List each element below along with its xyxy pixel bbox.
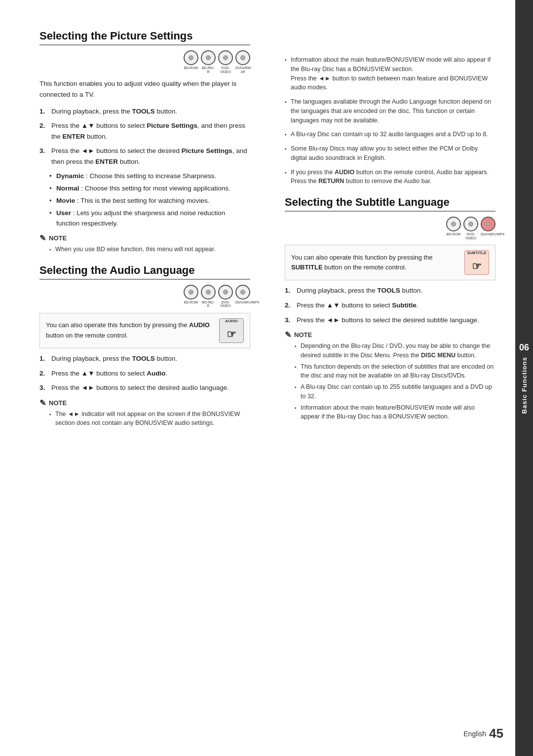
disc-circle: [235, 50, 250, 65]
note-label: NOTE: [49, 399, 67, 407]
right-column: Information about the main feature/BONUS…: [275, 30, 495, 736]
disc-icon-dvdvideo: DVD-VIDEO: [463, 217, 478, 240]
disc-icon-bdrom: BD-ROM: [184, 285, 198, 308]
disc-circle: [218, 50, 233, 65]
step-text: Press the ▲▼ buttons to select Audio.: [51, 368, 167, 379]
audio-function-box: You can also operate this function by pr…: [39, 313, 250, 348]
subtitle-function-text: You can also operate this function by pr…: [291, 253, 464, 273]
disc-circle: [218, 285, 233, 300]
section-subtitle: Selecting the Subtitle Language BD-ROM D…: [285, 196, 495, 421]
subtitle-note-items: Depending on the Blu-ray Disc / DVD, you…: [295, 341, 495, 421]
disc-label: BD-RE/-R: [201, 301, 216, 308]
audio-right-notes: Information about the main feature/BONUS…: [285, 55, 495, 186]
subtitle-step-3: 3. Press the ◄► buttons to select the de…: [285, 315, 495, 326]
step-number: 2.: [39, 368, 48, 379]
chapter-number: 06: [519, 342, 529, 353]
disc-circle: [463, 217, 478, 231]
step-text: Press the ◄► buttons to select the desir…: [51, 146, 250, 167]
disc-circle: [184, 285, 198, 300]
disc-label: DivX/MKV/MP4: [481, 232, 495, 236]
disc-icon-bdrer: BD-RE/-R: [201, 285, 216, 308]
disc-label: BD-ROM: [184, 66, 198, 70]
note-label: NOTE: [49, 234, 67, 242]
disc-icon-divx: DivX/MKV/MP4: [235, 285, 250, 308]
disc-label: DVD-VIDEO: [463, 232, 478, 240]
picture-step-1: 1. During playback, press the TOOLS butt…: [39, 106, 250, 117]
disc-icon-dvdrw: DVD±RW/±R: [235, 50, 250, 74]
note-item: Depending on the Blu-ray Disc / DVD, you…: [295, 341, 495, 360]
note-item: Information about the main feature/BONUS…: [285, 55, 495, 92]
subtitle-disc-icons: BD-ROM DVD-VIDEO DivX/MKV/MP4: [285, 217, 495, 240]
picture-intro: This function enables you to adjust vide…: [39, 78, 250, 100]
chapter-title: Basic Functions: [521, 357, 528, 414]
step-number: 2.: [285, 300, 294, 311]
disc-circle: [481, 217, 495, 231]
note-title: ✎ NOTE: [39, 233, 250, 243]
hand-icon: ☞: [472, 258, 482, 275]
picture-step-3: 3. Press the ◄► buttons to select the de…: [39, 146, 250, 167]
disc-circle: [235, 285, 250, 300]
disc-icon-bdrom: BD-ROM: [184, 50, 198, 74]
step-number: 1.: [39, 106, 48, 117]
note-item: A Blu-ray Disc can contain up to 32 audi…: [285, 130, 495, 139]
step-number: 1.: [39, 353, 48, 364]
step-number: 2.: [39, 120, 48, 142]
step-number: 3.: [39, 382, 48, 393]
audio-btn-label: AUDIO: [225, 318, 238, 325]
subtitle-function-box: You can also operate this function by pr…: [285, 245, 495, 280]
step-text: During playback, press the TOOLS button.: [51, 353, 177, 364]
disc-label: DVD-VIDEO: [218, 66, 233, 74]
note-label: NOTE: [294, 331, 312, 339]
subtitle-note: ✎ NOTE Depending on the Blu-ray Disc / D…: [285, 330, 495, 421]
note-icon: ✎: [39, 398, 46, 408]
left-column: Selecting the Picture Settings BD-ROM BD…: [39, 30, 260, 736]
picture-step-2: 2. Press the ▲▼ buttons to select Pictur…: [39, 120, 250, 142]
picture-settings-title: Selecting the Picture Settings: [39, 30, 250, 45]
page-footer: English 45: [463, 726, 503, 741]
note-item: The ◄► indicator will not appear on the …: [49, 410, 250, 428]
audio-title: Selecting the Audio Language: [39, 264, 250, 280]
note-item: Some Blu-ray Discs may allow you to sele…: [285, 144, 495, 163]
disc-icon-divx: DivX/MKV/MP4: [481, 217, 495, 240]
audio-function-text: You can also operate this function by pr…: [46, 320, 219, 341]
step-number: 3.: [285, 315, 294, 326]
page-number: 45: [489, 726, 503, 741]
disc-circle: [201, 50, 216, 65]
section-picture: Selecting the Picture Settings BD-ROM BD…: [39, 30, 250, 254]
audio-step-1: 1. During playback, press the TOOLS butt…: [39, 353, 250, 364]
audio-right-note-items: Information about the main feature/BONUS…: [285, 55, 495, 186]
disc-label: DVD±RW/±R: [235, 66, 250, 74]
main-content: Selecting the Picture Settings BD-ROM BD…: [0, 0, 515, 756]
disc-icon-bdrom: BD-ROM: [446, 217, 461, 240]
disc-label: BD-ROM: [447, 232, 460, 236]
step-text: During playback, press the TOOLS button.: [51, 106, 177, 117]
picture-disc-icons: BD-ROM BD-RE/-R DVD-VIDEO DVD±RW/±R: [39, 50, 250, 74]
note-item: If you press the AUDIO button on the rem…: [285, 168, 495, 187]
disc-icon-dvdvideo: DVD-VIDEO: [218, 50, 233, 74]
bullet-movie: Movie : This is the best setting for wat…: [49, 196, 250, 206]
audio-step-2: 2. Press the ▲▼ buttons to select Audio.: [39, 368, 250, 379]
subtitle-button-icon: SUBTITLE ☞: [464, 250, 489, 275]
disc-circle: [184, 50, 198, 65]
subtitle-title: Selecting the Subtitle Language: [285, 196, 495, 212]
audio-note: ✎ NOTE The ◄► indicator will not appear …: [39, 398, 250, 428]
subtitle-btn-label: SUBTITLE: [467, 250, 486, 257]
step-text: Press the ▲▼ buttons to select Picture S…: [51, 120, 250, 142]
bullet-dynamic: Dynamic : Choose this setting to increas…: [49, 171, 250, 181]
disc-label: DVD-VIDEO: [218, 301, 233, 308]
step-text: Press the ◄► buttons to select the desir…: [297, 315, 479, 326]
note-item: A Blu-ray Disc can contain up to 255 sub…: [295, 382, 495, 401]
disc-circle: [446, 217, 461, 231]
note-icon: ✎: [39, 233, 46, 243]
picture-bullets: Dynamic : Choose this setting to increas…: [49, 171, 250, 228]
disc-label: BD-RE/-R: [201, 66, 216, 74]
subtitle-step-2: 2. Press the ▲▼ buttons to select Subtit…: [285, 300, 495, 311]
note-item: This function depends on the selection o…: [295, 362, 495, 381]
note-title: ✎ NOTE: [39, 398, 250, 408]
bullet-user: User : Lets you adjust the sharpness and…: [49, 208, 250, 228]
page-container: Selecting the Picture Settings BD-ROM BD…: [0, 0, 533, 756]
chapter-tab: 06 Basic Functions: [515, 0, 533, 756]
subtitle-step-1: 1. During playback, press the TOOLS butt…: [285, 285, 495, 296]
disc-icon-dvdvideo: DVD-VIDEO: [218, 285, 233, 308]
step-text: During playback, press the TOOLS button.: [297, 285, 422, 296]
